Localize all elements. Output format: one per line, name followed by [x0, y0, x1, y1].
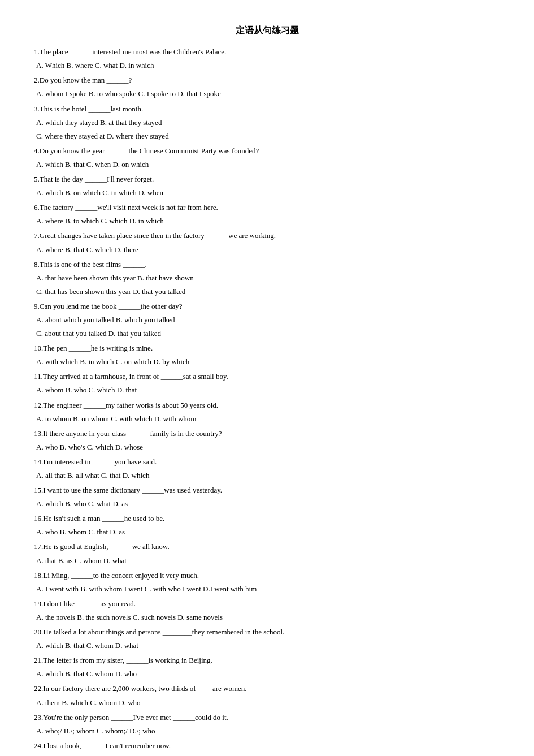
question-block: 13.It there anyone in your class ______f…: [34, 427, 500, 453]
question-stem: 15.I want to use the same dictionary ___…: [34, 484, 500, 496]
question-block: 21.The letter is from my sister, ______i…: [34, 654, 500, 680]
question-stem: 11.They arrived at a farmhouse, in front…: [34, 370, 500, 383]
options-row: A. which they stayed B. at that they sta…: [34, 116, 500, 129]
question-stem: 20.He talked a lot about things and pers…: [34, 626, 500, 638]
question-block: 18.Li Ming, ______to the concert enjoyed…: [34, 569, 500, 595]
question-block: 12.The engineer ______my father works is…: [34, 399, 500, 425]
options-row: A. them B. which C. whom D. who: [34, 697, 500, 709]
question-stem: 19.I don't like ______ as you read.: [34, 598, 500, 610]
options-row: A. which B. who C. what D. as: [34, 498, 500, 510]
options-row: C. about that you talked D. that you tal…: [34, 327, 500, 340]
question-block: 1.The place ______interested me most was…: [34, 46, 500, 72]
options-row: A. to whom B. on whom C. with which D. w…: [34, 413, 500, 425]
question-stem: 18.Li Ming, ______to the concert enjoyed…: [34, 569, 500, 582]
question-block: 20.He talked a lot about things and pers…: [34, 626, 500, 652]
options-row: A. whom I spoke B. to who spoke C. I spo…: [34, 88, 500, 100]
question-stem: 5.That is the day ______I'll never forge…: [34, 173, 500, 185]
question-stem: 6.The factory ______we'll visit next wee…: [34, 201, 500, 214]
options-row: A. all that B. all what C. that D. which: [34, 469, 500, 482]
options-row: A. whom B. who C. which D. that: [34, 384, 500, 396]
question-block: 5.That is the day ______I'll never forge…: [34, 173, 500, 199]
options-row: C. where they stayed at D. where they st…: [34, 130, 500, 142]
options-row: A. which B. that C. whom D. what: [34, 640, 500, 652]
question-block: 16.He isn't such a man ______he used to …: [34, 512, 500, 538]
question-block: 17.He is good at English, ______we all k…: [34, 541, 500, 567]
question-stem: 7.Great changes have taken place since t…: [34, 230, 500, 242]
question-block: 8.This is one of the best films ______.A…: [34, 258, 500, 298]
question-stem: 8.This is one of the best films ______.: [34, 258, 500, 271]
question-stem: 2.Do you know the man ______?: [34, 74, 500, 87]
options-row: A. who B. whom C. that D. as: [34, 526, 500, 538]
options-row: C. that has been shown this year D. that…: [34, 286, 500, 298]
question-block: 19.I don't like ______ as you read.A. th…: [34, 598, 500, 624]
options-row: A. where B. that C. which D. there: [34, 244, 500, 256]
question-stem: 1.The place ______interested me most was…: [34, 46, 500, 58]
options-row: A. which B. that C. when D. on which: [34, 158, 500, 171]
question-block: 10.The pen ______he is writing is mine.A…: [34, 342, 500, 368]
options-row: A. about which you talked B. which you t…: [34, 314, 500, 326]
question-stem: 21.The letter is from my sister, ______i…: [34, 654, 500, 667]
options-row: A. with which B. in which C. on which D.…: [34, 356, 500, 368]
question-stem: 17.He is good at English, ______we all k…: [34, 541, 500, 553]
options-row: A. who;/ B./; whom C. whom;/ D./; who: [34, 725, 500, 737]
question-block: 3.This is the hotel ______last month.A. …: [34, 103, 500, 142]
question-stem: 24.I lost a book, ______I can't remember…: [34, 740, 500, 752]
question-block: 14.I'm interested in ______you have said…: [34, 456, 500, 482]
options-row: A. where B. to which C. which D. in whic…: [34, 215, 500, 227]
question-block: 2.Do you know the man ______?A. whom I s…: [34, 74, 500, 100]
options-row: A. I went with B. with whom I went C. wi…: [34, 583, 500, 595]
question-stem: 14.I'm interested in ______you have said…: [34, 456, 500, 468]
question-block: 11.They arrived at a farmhouse, in front…: [34, 370, 500, 396]
question-stem: 4.Do you know the year ______the Chinese…: [34, 145, 500, 157]
question-stem: 23.You're the only person ______I've eve…: [34, 711, 500, 724]
options-row: A. whose title B. its title C. the title…: [34, 753, 500, 756]
question-stem: 10.The pen ______he is writing is mine.: [34, 342, 500, 355]
question-stem: 3.This is the hotel ______last month.: [34, 103, 500, 115]
question-block: 6.The factory ______we'll visit next wee…: [34, 201, 500, 227]
question-block: 15.I want to use the same dictionary ___…: [34, 484, 500, 510]
options-row: A. which B. on which C. in which D. when: [34, 187, 500, 199]
page-title: 定语从句练习题: [34, 23, 500, 38]
question-block: 9.Can you lend me the book ______the oth…: [34, 300, 500, 340]
question-stem: 9.Can you lend me the book ______the oth…: [34, 300, 500, 313]
question-stem: 22.In our factory there are 2,000 worker…: [34, 682, 500, 695]
question-block: 24.I lost a book, ______I can't remember…: [34, 740, 500, 756]
question-block: 4.Do you know the year ______the Chinese…: [34, 145, 500, 171]
options-row: A. which B. that C. whom D. who: [34, 668, 500, 680]
question-stem: 12.The engineer ______my father works is…: [34, 399, 500, 412]
options-row: A. the novels B. the such novels C. such…: [34, 611, 500, 624]
question-stem: 13.It there anyone in your class ______f…: [34, 427, 500, 440]
options-row: A. who B. who's C. which D. whose: [34, 441, 500, 453]
options-row: A. that have been shown this year B. tha…: [34, 272, 500, 284]
question-block: 23.You're the only person ______I've eve…: [34, 711, 500, 737]
question-block: 7.Great changes have taken place since t…: [34, 230, 500, 256]
options-row: A. Which B. where C. what D. in which: [34, 59, 500, 72]
question-block: 22.In our factory there are 2,000 worker…: [34, 682, 500, 709]
options-row: A. that B. as C. whom D. what: [34, 555, 500, 567]
question-stem: 16.He isn't such a man ______he used to …: [34, 512, 500, 525]
